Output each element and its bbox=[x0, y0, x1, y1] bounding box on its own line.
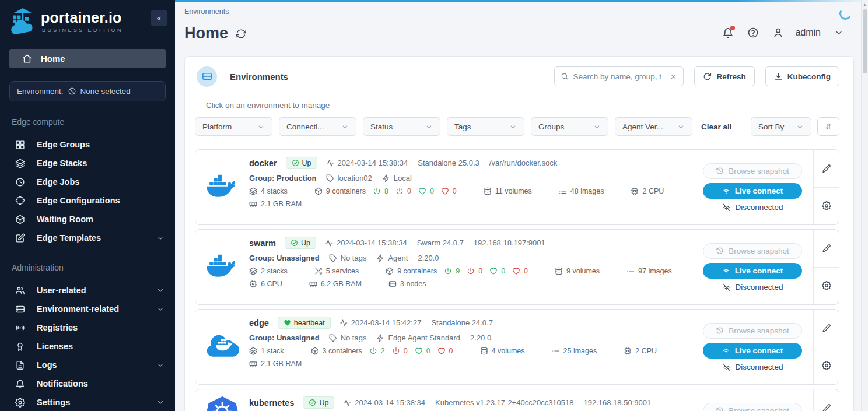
stats-row: 2.1 GB RAM bbox=[249, 360, 692, 368]
environment-group: Group: Unassigned bbox=[249, 333, 320, 342]
stat-database: 4 volumes bbox=[480, 347, 525, 355]
environment-settings-button[interactable] bbox=[814, 187, 839, 225]
sidebar-item-licenses[interactable]: Licenses bbox=[0, 337, 175, 356]
sidebar: portainer.io BUSINESS EDITION « Home Env… bbox=[0, 0, 175, 411]
edit-environment-button[interactable] bbox=[814, 310, 839, 347]
sidebar-item-logs[interactable]: Logs bbox=[0, 356, 175, 374]
sidebar-item-settings[interactable]: Settings bbox=[0, 393, 175, 411]
breadcrumb[interactable]: Environments bbox=[184, 8, 229, 16]
sidebar-item-registries[interactable]: Registries bbox=[0, 318, 175, 337]
filter-dropdown-tags[interactable]: Tags bbox=[447, 117, 524, 136]
stats-row: 2.1 GB RAM bbox=[249, 200, 692, 208]
panel-hint: Click on an environment to manage bbox=[206, 101, 330, 110]
loading-progress-bar bbox=[175, 0, 861, 2]
sidebar-item-waiting-room[interactable]: Waiting Room bbox=[0, 210, 175, 229]
sidebar-item-notifications[interactable]: Notifications bbox=[0, 374, 175, 393]
stats-row: 4 stacks9 containers800011 volumes48 ima… bbox=[249, 187, 692, 195]
edit-environment-button[interactable] bbox=[814, 230, 839, 267]
sidebar-item-home[interactable]: Home bbox=[9, 49, 166, 68]
environment-settings-button[interactable] bbox=[814, 267, 839, 305]
sort-by-dropdown[interactable]: Sort By bbox=[751, 117, 811, 136]
sidebar-item-label: Waiting Room bbox=[37, 215, 93, 224]
status-badge: Up bbox=[303, 396, 334, 409]
browse-snapshot-button[interactable]: Browse snapshot bbox=[703, 243, 802, 259]
environment-selector[interactable]: Environment: None selected bbox=[9, 81, 166, 101]
tag-icon bbox=[326, 174, 334, 182]
filter-dropdown-status[interactable]: Status bbox=[363, 117, 440, 136]
sidebar-item-edge-groups[interactable]: Edge Groups bbox=[0, 135, 175, 154]
sidebar-item-edge-jobs[interactable]: Edge Jobs bbox=[0, 173, 175, 191]
scrollbar-thumb[interactable] bbox=[863, 9, 867, 73]
environment-group: Group: Unassigned bbox=[249, 254, 320, 262]
sidebar-item-edge-configurations[interactable]: Edge Configurations bbox=[0, 191, 175, 210]
page-refresh-icon[interactable] bbox=[236, 29, 246, 39]
environment-card-kubernetes[interactable]: kubernetesUp2024-03-14 15:38:34Kubernete… bbox=[195, 389, 839, 411]
sidebar-item-environment-related[interactable]: Environment-related bbox=[0, 300, 175, 318]
filter-dropdown-groups[interactable]: Groups bbox=[531, 117, 608, 136]
notifications-bell-icon[interactable] bbox=[722, 27, 734, 38]
gear-icon bbox=[822, 361, 831, 370]
sidebar-item-label: Home bbox=[41, 54, 65, 64]
live-connect-button[interactable]: Live connect bbox=[703, 263, 802, 279]
chevron-down-icon bbox=[593, 123, 601, 131]
page-scrollbar[interactable]: ▲ bbox=[861, 0, 868, 411]
environment-card-swarm[interactable]: swarmUp2024-03-14 15:38:34Swarm 24.0.719… bbox=[195, 229, 839, 305]
chevron-down-icon bbox=[156, 398, 164, 406]
environment-card-edge[interactable]: edgeheartbeat2024-03-14 15:42:27Standalo… bbox=[195, 309, 839, 385]
snapshot-timestamp: 2024-03-14 15:38:34 bbox=[325, 238, 407, 247]
user-avatar-icon[interactable] bbox=[772, 27, 784, 38]
search-clear-icon[interactable] bbox=[670, 73, 677, 80]
stat-database: 11 volumes bbox=[484, 187, 532, 195]
bolt-icon bbox=[376, 254, 384, 262]
activity-icon bbox=[326, 159, 334, 167]
browse-snapshot-button[interactable]: Browse snapshot bbox=[703, 323, 802, 339]
cube-icon bbox=[15, 215, 25, 224]
sidebar-item-edge-stacks[interactable]: Edge Stacks bbox=[0, 154, 175, 173]
snapshot-timestamp: 2024-03-14 15:38:34 bbox=[343, 398, 425, 407]
stat-heart: 0 bbox=[512, 267, 528, 275]
wifi-icon bbox=[722, 266, 730, 275]
sidebar-collapse-button[interactable]: « bbox=[150, 10, 167, 26]
user-menu-chevron-icon[interactable] bbox=[834, 28, 844, 37]
environment-name: edge bbox=[249, 318, 269, 328]
user-menu-label[interactable]: admin bbox=[795, 27, 821, 38]
clear-all-button[interactable]: Clear all bbox=[701, 122, 732, 131]
search-input[interactable] bbox=[573, 72, 666, 81]
portainer-logo-icon bbox=[9, 8, 36, 35]
environment-settings-button[interactable] bbox=[814, 347, 839, 385]
users-icon bbox=[15, 286, 25, 296]
sidebar-item-edge-templates[interactable]: Edge Templates bbox=[0, 229, 175, 247]
filter-dropdown-platform[interactable]: Platform bbox=[195, 117, 272, 136]
chevron-down-icon bbox=[677, 123, 685, 131]
refresh-button[interactable]: Refresh bbox=[694, 66, 754, 86]
help-icon[interactable] bbox=[747, 27, 759, 38]
edit-environment-button[interactable] bbox=[814, 150, 839, 187]
puzzle-icon bbox=[15, 196, 25, 206]
kubeconfig-button[interactable]: Kubeconfig bbox=[765, 66, 839, 86]
sidebar-item-label: Edge Configurations bbox=[37, 196, 120, 205]
sidebar-item-label: Registries bbox=[37, 323, 78, 332]
scrollbar-up-arrow[interactable]: ▲ bbox=[862, 2, 868, 8]
filter-dropdown-agent-ver-[interactable]: Agent Ver... bbox=[615, 117, 692, 136]
grid-icon bbox=[15, 140, 25, 150]
notification-dot bbox=[730, 26, 735, 30]
stat-drive: 3 nodes bbox=[388, 280, 426, 288]
environment-selector-value: None selected bbox=[80, 87, 131, 96]
live-connect-button[interactable]: Live connect bbox=[703, 343, 802, 359]
stat-cube: 9 containers bbox=[314, 187, 366, 195]
browse-snapshot-button[interactable]: Browse snapshot bbox=[703, 403, 802, 411]
snapshot-timestamp: 2024-03-14 15:42:27 bbox=[340, 318, 422, 327]
wifi-off-icon bbox=[722, 283, 731, 291]
edit-environment-button[interactable] bbox=[814, 389, 839, 411]
environment-card-docker[interactable]: dockerUp2024-03-14 15:38:34Standalone 25… bbox=[195, 149, 839, 225]
chevron-down-icon bbox=[257, 123, 265, 131]
home-icon bbox=[22, 54, 32, 64]
sidebar-item-user-related[interactable]: User-related bbox=[0, 281, 175, 300]
stat-heart: 0 bbox=[438, 347, 453, 355]
stat-cpu: 2 CPU bbox=[624, 347, 657, 355]
sort-direction-button[interactable] bbox=[817, 117, 839, 136]
stat-ram: 2.1 GB RAM bbox=[249, 200, 302, 208]
browse-snapshot-button[interactable]: Browse snapshot bbox=[703, 163, 802, 179]
filter-dropdown-connecti-[interactable]: Connecti... bbox=[279, 117, 356, 136]
live-connect-button[interactable]: Live connect bbox=[703, 183, 802, 199]
